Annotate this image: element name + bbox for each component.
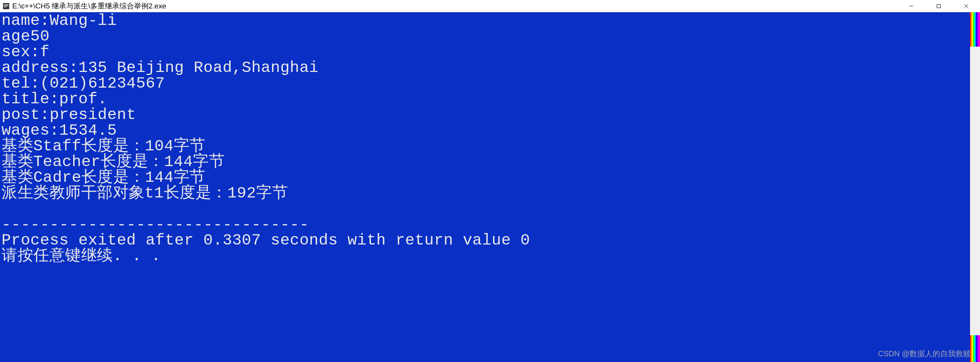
maximize-button[interactable] [925, 0, 952, 12]
svg-rect-5 [937, 5, 941, 8]
svg-rect-3 [4, 7, 7, 7]
console-output: name:Wang-li age50 sex:f address:135 Bei… [0, 12, 970, 362]
vertical-scrollbar[interactable] [970, 12, 980, 362]
scroll-thumb-top[interactable] [970, 12, 980, 47]
console-wrapper: name:Wang-li age50 sex:f address:135 Bei… [0, 12, 980, 362]
app-icon [3, 3, 9, 9]
svg-rect-2 [4, 5, 8, 6]
window-controls [897, 0, 980, 12]
close-button[interactable] [952, 0, 980, 12]
scroll-thumb-bottom[interactable] [970, 335, 980, 362]
window-title: E:\c++\CH5 继承与派生\多重继承综合举例2.exe [12, 1, 897, 11]
watermark: CSDN @数据人的自我救赎 [878, 349, 971, 359]
titlebar: E:\c++\CH5 继承与派生\多重继承综合举例2.exe [0, 0, 980, 12]
minimize-button[interactable] [897, 0, 925, 12]
svg-rect-1 [4, 4, 8, 5]
